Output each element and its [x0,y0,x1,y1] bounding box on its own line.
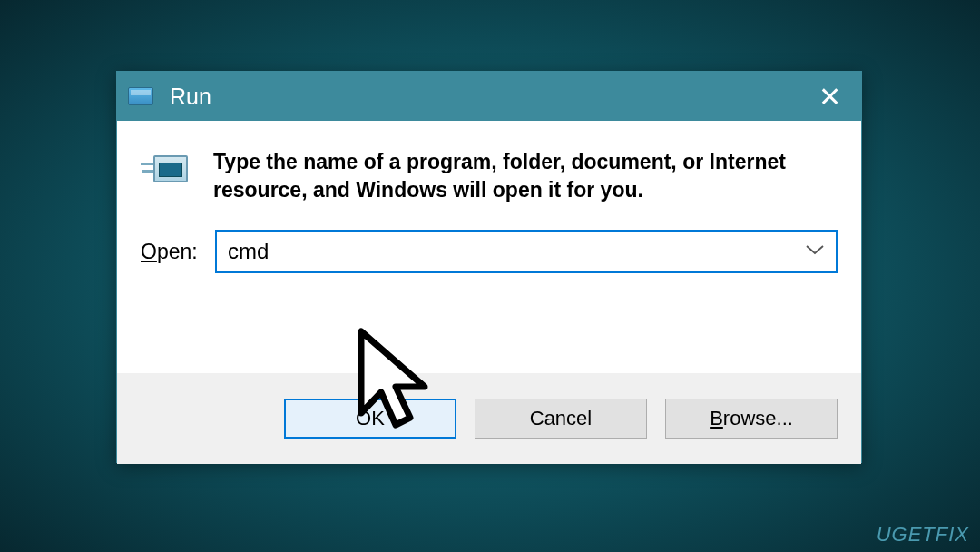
watermark: UGETFIX [877,523,969,547]
browse-button-label: Browse... [710,407,793,430]
open-combobox[interactable]: cmd [215,230,838,273]
chevron-down-icon[interactable] [805,243,825,260]
close-button[interactable]: ✕ [798,72,861,121]
dialog-content: Type the name of a program, folder, docu… [117,121,861,373]
ok-button-label: OK [356,407,385,430]
run-dialog: Run ✕ Type the name of a program, folder… [116,71,862,463]
text-cursor [270,240,270,263]
browse-button[interactable]: Browse... [665,399,838,439]
close-icon: ✕ [818,81,841,113]
window-title: Run [170,84,211,110]
info-row: Type the name of a program, folder, docu… [141,148,838,204]
input-row: Open: cmd [141,230,838,273]
instruction-text: Type the name of a program, folder, docu… [213,148,838,204]
combobox-value: cmd [228,239,269,264]
button-bar: OK Cancel Browse... [117,373,861,464]
titlebar[interactable]: Run ✕ [117,72,861,121]
open-label: Open: [141,240,215,264]
run-titlebar-icon [128,87,153,105]
cancel-button-label: Cancel [530,407,592,430]
run-program-icon [141,150,193,202]
ok-button[interactable]: OK [284,399,456,439]
cancel-button[interactable]: Cancel [475,399,647,439]
